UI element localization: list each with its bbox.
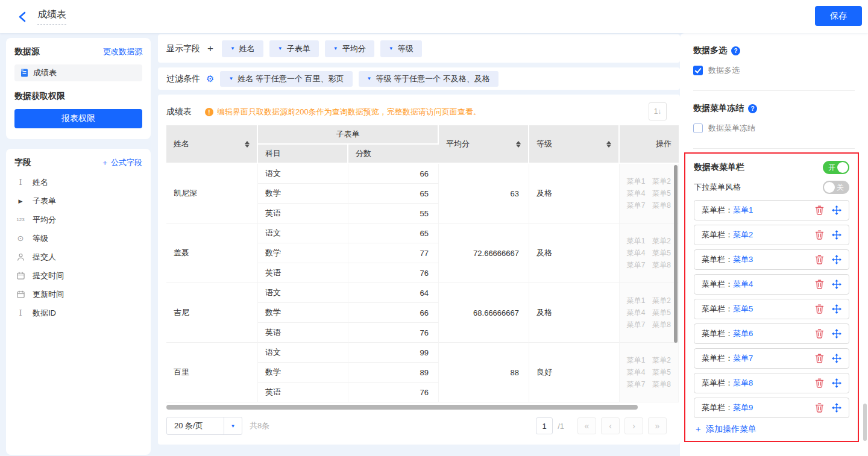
field-item-average[interactable]: 123 平均分 <box>14 210 142 229</box>
report-permission-button[interactable]: 报表权限 <box>14 109 142 128</box>
move-icon[interactable] <box>832 230 841 240</box>
table-horizontal-scrollbar[interactable] <box>166 405 638 410</box>
menu-bar-item[interactable]: 菜单栏：菜单5 <box>694 299 849 319</box>
help-icon[interactable]: ? <box>731 46 740 55</box>
row-menu-link[interactable]: 菜单7 <box>627 320 646 330</box>
menu-bar-item[interactable]: 菜单栏：菜单9 <box>694 398 849 418</box>
col-header-name[interactable]: 姓名 <box>166 125 258 164</box>
col-header-grade[interactable]: 等级 <box>529 125 620 164</box>
menu-bar-item[interactable]: 菜单栏：菜单3 <box>694 249 849 270</box>
row-menu-link[interactable]: 菜单1 <box>627 296 646 306</box>
menu-bar-toggle-on[interactable]: 开 <box>823 161 849 174</box>
add-action-menu-link[interactable]: ＋ 添加操作菜单 <box>694 424 756 435</box>
panel-scrollbar[interactable] <box>863 404 867 441</box>
menu-bar-item[interactable]: 菜单栏：菜单7 <box>694 348 849 369</box>
row-menu-link[interactable]: 菜单2 <box>652 355 671 366</box>
trash-icon[interactable] <box>815 255 824 264</box>
row-menu-link[interactable]: 菜单7 <box>627 260 646 270</box>
field-item-submitter[interactable]: 提交人 <box>14 248 142 266</box>
move-icon[interactable] <box>832 280 841 289</box>
menu-item-name[interactable]: 菜单8 <box>733 378 753 389</box>
row-menu-link[interactable]: 菜单7 <box>627 379 646 390</box>
filter-chip-name[interactable]: ▼姓名 等于任意一个 百里、彩页 <box>220 71 352 87</box>
menu-bar-item[interactable]: 菜单栏：菜单2 <box>694 225 849 245</box>
menu-item-name[interactable]: 菜单9 <box>733 402 753 413</box>
trash-icon[interactable] <box>815 403 824 413</box>
row-menu-link[interactable]: 菜单5 <box>652 308 671 318</box>
gear-icon[interactable]: ⚙ <box>206 74 214 83</box>
table-row[interactable]: 盖聂 语文 65 72.66666667 及格 菜单1菜单2 菜单4菜单5 菜单… <box>166 223 679 243</box>
table-row[interactable]: 凯尼深 语文 66 63 及格 菜单1菜单2 菜单4菜单5 菜单7菜单8 <box>166 164 679 184</box>
row-menu-link[interactable]: 菜单4 <box>627 248 646 258</box>
last-page-button[interactable]: » <box>648 417 667 434</box>
row-menu-link[interactable]: 菜单8 <box>652 260 671 270</box>
first-page-button[interactable]: « <box>577 417 596 434</box>
prev-page-button[interactable]: ‹ <box>601 417 620 434</box>
field-item-update-time[interactable]: 更新时间 <box>14 285 142 304</box>
move-icon[interactable] <box>832 205 841 215</box>
page-number-input[interactable]: 1 <box>536 417 553 434</box>
menu-bar-item[interactable]: 菜单栏：菜单6 <box>694 323 849 344</box>
page-size-select[interactable]: 20 条/页 ▼ <box>166 417 242 435</box>
move-icon[interactable] <box>832 378 841 388</box>
trash-icon[interactable] <box>815 354 824 363</box>
sort-toggle-icon[interactable] <box>606 141 611 148</box>
field-item-name[interactable]: I 姓名 <box>14 173 142 192</box>
menu-bar-item[interactable]: 菜单栏：菜单4 <box>694 274 849 295</box>
move-icon[interactable] <box>832 304 841 314</box>
menu-item-name[interactable]: 菜单1 <box>733 205 753 216</box>
trash-icon[interactable] <box>815 280 824 289</box>
row-menu-link[interactable]: 菜单5 <box>652 367 671 378</box>
row-menu-link[interactable]: 菜单4 <box>627 367 646 378</box>
move-icon[interactable] <box>832 255 841 264</box>
next-page-button[interactable]: › <box>624 417 643 434</box>
menu-bar-item[interactable]: 菜单栏：菜单1 <box>694 200 849 220</box>
row-menu-link[interactable]: 菜单2 <box>652 236 671 246</box>
display-chip-grade[interactable]: ▼等级 <box>380 40 422 57</box>
trash-icon[interactable] <box>815 230 824 240</box>
trash-icon[interactable] <box>815 304 824 314</box>
move-icon[interactable] <box>832 403 841 413</box>
menu-freeze-checkbox-row[interactable]: 数据菜单冻结 <box>693 123 855 134</box>
help-icon[interactable]: ? <box>748 104 757 113</box>
sort-toggle-icon[interactable] <box>516 141 521 148</box>
datasource-item[interactable]: 成绩表 <box>14 64 142 81</box>
menu-item-name[interactable]: 菜单2 <box>733 230 753 240</box>
row-menu-link[interactable]: 菜单7 <box>627 201 646 211</box>
sort-toggle-icon[interactable] <box>245 141 250 148</box>
add-formula-field-link[interactable]: ＋ 公式字段 <box>101 157 142 168</box>
row-menu-link[interactable]: 菜单2 <box>652 176 671 187</box>
row-menu-link[interactable]: 菜单5 <box>652 189 671 199</box>
display-chip-subform[interactable]: ▼子表单 <box>269 40 319 57</box>
menu-item-name[interactable]: 菜单6 <box>733 328 753 339</box>
row-menu-link[interactable]: 菜单8 <box>652 201 671 211</box>
multi-select-checkbox-row[interactable]: 数据多选 <box>693 65 855 76</box>
table-row[interactable]: 吉尼 语文 64 68.66666667 及格 菜单1菜单2 菜单4菜单5 菜单… <box>166 283 679 303</box>
save-button[interactable]: 保存 <box>815 6 862 26</box>
back-button[interactable] <box>16 10 29 23</box>
row-menu-link[interactable]: 菜单8 <box>652 320 671 330</box>
field-item-grade[interactable]: ⊙ 等级 <box>14 229 142 248</box>
trash-icon[interactable] <box>815 205 824 215</box>
row-menu-link[interactable]: 菜单2 <box>652 296 671 306</box>
trash-icon[interactable] <box>815 329 824 339</box>
field-item-submit-time[interactable]: 提交时间 <box>14 266 142 285</box>
dropdown-style-toggle-off[interactable]: 关 <box>823 181 849 194</box>
menu-item-name[interactable]: 菜单4 <box>733 279 753 290</box>
menu-item-name[interactable]: 菜单3 <box>733 254 753 265</box>
trash-icon[interactable] <box>815 378 824 388</box>
row-menu-link[interactable]: 菜单1 <box>627 176 646 187</box>
row-menu-link[interactable]: 菜单5 <box>652 248 671 258</box>
row-menu-link[interactable]: 菜单8 <box>652 379 671 390</box>
change-datasource-link[interactable]: 更改数据源 <box>103 46 142 57</box>
row-menu-link[interactable]: 菜单4 <box>627 308 646 318</box>
menu-bar-item[interactable]: 菜单栏：菜单8 <box>694 373 849 393</box>
row-menu-link[interactable]: 菜单1 <box>627 236 646 246</box>
move-icon[interactable] <box>832 329 841 339</box>
table-vertical-scrollbar[interactable] <box>674 165 678 343</box>
add-display-field-icon[interactable]: + <box>207 43 213 55</box>
field-item-data-id[interactable]: I 数据ID <box>14 304 142 322</box>
move-icon[interactable] <box>832 354 841 363</box>
default-sort-button[interactable]: 1↓ <box>649 102 667 120</box>
display-chip-average[interactable]: ▼平均分 <box>325 40 374 57</box>
